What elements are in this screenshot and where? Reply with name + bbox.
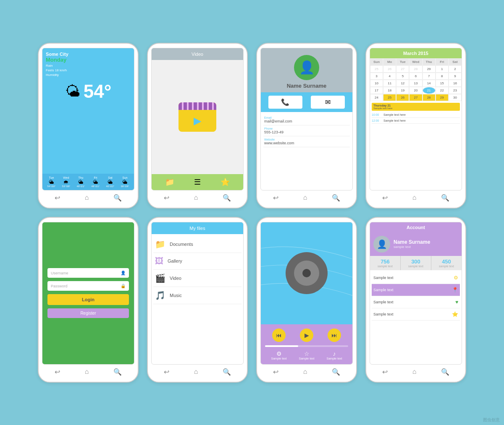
weather-screen: Some City Monday Rain Feels 18 km/h Humi… <box>42 48 134 190</box>
video-footer: 📁 ☰ ⭐ <box>152 174 243 190</box>
file-gallery[interactable]: 🖼 Gallery <box>153 253 242 270</box>
player-progress-fill <box>265 345 298 347</box>
play-icon[interactable]: ▶ <box>178 110 216 132</box>
search-button[interactable]: 🔍 <box>332 194 340 202</box>
acc-subtitle: sample text <box>394 245 430 249</box>
home-button[interactable]: ⌂ <box>412 194 417 202</box>
video-content: ▶ <box>152 60 243 174</box>
acc-header: Account <box>370 222 462 232</box>
lock-icon: 🔒 <box>121 284 126 288</box>
acc-stat-1: 756 sample text <box>370 256 401 270</box>
settings-label: Sample text <box>271 357 287 360</box>
star-icon[interactable]: ⭐ <box>220 177 230 187</box>
search-button[interactable]: 🔍 <box>113 194 122 202</box>
search-button[interactable]: 🔍 <box>441 194 449 202</box>
folder-yellow-icon: 📁 <box>155 239 165 249</box>
back-button[interactable]: ↩ <box>55 194 60 202</box>
phone-files: My files 📁 Documents 🖼 Gallery 🎬 Video <box>147 217 248 383</box>
home-button[interactable]: ⌂ <box>303 194 307 202</box>
back-button[interactable]: ↩ <box>382 194 388 202</box>
player-screen: ⏮ ▶ ⏭ ⚙ Sample text ☆ Sa <box>260 222 353 365</box>
file-music[interactable]: 🎵 Music <box>153 287 242 304</box>
cal-row-2: 3 4 5 6 7 8 9 <box>370 73 462 80</box>
player-extra-fav[interactable]: ☆ Sample text <box>299 350 315 360</box>
phone-field: Phone 555-123-49 <box>263 125 350 136</box>
nav-bar-player: ↩ ⌂ 🔍 <box>260 365 353 378</box>
nav-bar-calendar: ↩ ⌂ 🔍 <box>370 190 462 203</box>
calendar-screen: March 2015 Sun Mo Tue Wed Thu Fri Sat 25… <box>370 48 462 190</box>
username-field[interactable]: Username 👤 <box>47 268 129 278</box>
sun-icon: 🌤 <box>65 83 80 100</box>
nav-bar-weather: ↩ ⌂ 🔍 <box>42 190 134 203</box>
folder-icon[interactable]: 📁 <box>165 177 174 187</box>
forecast-wed: Wed 🌧 53°/38° <box>62 176 71 188</box>
contact-avatar: 👤 <box>294 55 319 80</box>
weather-info1: Rain <box>46 64 131 68</box>
forecast-thu: Thu 🌥 48°/21° <box>77 176 85 188</box>
back-button[interactable]: ↩ <box>273 368 278 376</box>
settings-icon: ⚙ <box>276 350 282 357</box>
share-icon: ♪ <box>333 350 336 357</box>
settings-icon: ⚙ <box>454 275 458 281</box>
menu-icon[interactable]: ☰ <box>194 177 201 187</box>
back-button[interactable]: ↩ <box>382 368 388 376</box>
nav-bar-account: ↩ ⌂ 🔍 <box>370 365 462 378</box>
player-progress-bar[interactable] <box>265 345 348 347</box>
next-button[interactable]: ⏭ <box>328 329 341 342</box>
acc-avatar: 👤 <box>373 236 390 253</box>
forecast-sun: Sun 🌥 39°/28° <box>121 176 129 188</box>
search-button[interactable]: 🔍 <box>223 194 231 202</box>
account-screen: Account 👤 Name Surname sample text 756 s… <box>370 222 462 365</box>
acc-item-starred[interactable]: Sample text ⭐ <box>372 308 460 321</box>
file-video[interactable]: 🎬 Video <box>153 270 242 287</box>
phone-contact: 👤 Name Surname 📞 ✉ Email mail@email.com … <box>256 43 357 209</box>
home-button[interactable]: ⌂ <box>194 194 198 202</box>
prev-button[interactable]: ⏮ <box>272 329 286 342</box>
video-screen: Video ▶ 📁 ☰ ⭐ <box>151 48 244 190</box>
cal-today-event: Thursday 21 Sample text here <box>372 103 460 111</box>
player-extra-share[interactable]: ♪ Sample text <box>327 350 342 360</box>
home-button[interactable]: ⌂ <box>303 368 307 376</box>
cal-row-5: 24 25 26 27 28 29 30 <box>370 94 462 101</box>
cal-grid: Sun Mo Tue Wed Thu Fri Sat 25 26 27 28 2… <box>370 58 462 101</box>
password-placeholder: Password <box>51 284 68 288</box>
home-button[interactable]: ⌂ <box>194 368 198 376</box>
contact-screen: 👤 Name Surname 📞 ✉ Email mail@email.com … <box>260 48 353 190</box>
username-placeholder: Username <box>51 271 68 275</box>
forecast-tue: Tue 🌥 54°/30° <box>47 176 56 188</box>
gallery-icon: 🖼 <box>155 256 163 266</box>
search-button[interactable]: 🔍 <box>223 368 231 376</box>
contact-name: Name Surname <box>287 83 327 89</box>
acc-item-favorites[interactable]: Sample text ♥ <box>372 296 460 308</box>
acc-item-settings[interactable]: Sample text ⚙ <box>372 272 460 284</box>
contact-avatar-section: 👤 Name Surname <box>261 48 352 92</box>
back-button[interactable]: ↩ <box>164 368 169 376</box>
weather-city: Some City <box>46 52 131 57</box>
home-button[interactable]: ⌂ <box>85 368 89 376</box>
call-button[interactable]: 📞 <box>268 96 302 109</box>
cal-row-3: 10 11 12 13 14 15 16 <box>370 80 462 87</box>
search-button[interactable]: 🔍 <box>332 368 340 376</box>
acc-item-location[interactable]: Sample text 📍 <box>372 284 460 296</box>
phone-calendar: March 2015 Sun Mo Tue Wed Thu Fri Sat 25… <box>365 43 466 209</box>
back-button[interactable]: ↩ <box>164 194 169 202</box>
home-button[interactable]: ⌂ <box>85 194 89 202</box>
phone-account: Account 👤 Name Surname sample text 756 s… <box>365 217 466 383</box>
video-thumbnail[interactable]: ▶ <box>178 102 216 132</box>
back-button[interactable]: ↩ <box>55 368 60 376</box>
player-buttons: ⏮ ▶ ⏭ <box>265 329 348 342</box>
back-button[interactable]: ↩ <box>273 194 278 202</box>
search-button[interactable]: 🔍 <box>113 368 122 376</box>
cal-event-2: 12:00 Sample text here <box>372 118 460 124</box>
search-button[interactable]: 🔍 <box>441 368 449 376</box>
file-documents[interactable]: 📁 Documents <box>153 236 242 253</box>
login-button[interactable]: Login <box>47 294 129 305</box>
home-button[interactable]: ⌂ <box>412 368 417 376</box>
play-button[interactable]: ▶ <box>300 329 313 342</box>
register-button[interactable]: Register <box>47 308 129 318</box>
player-visual <box>261 222 352 324</box>
password-field[interactable]: Password 🔒 <box>47 281 129 291</box>
files-list: 📁 Documents 🖼 Gallery 🎬 Video 🎵 Music <box>152 234 243 364</box>
message-button[interactable]: ✉ <box>311 96 345 109</box>
player-extra-settings[interactable]: ⚙ Sample text <box>271 350 287 360</box>
